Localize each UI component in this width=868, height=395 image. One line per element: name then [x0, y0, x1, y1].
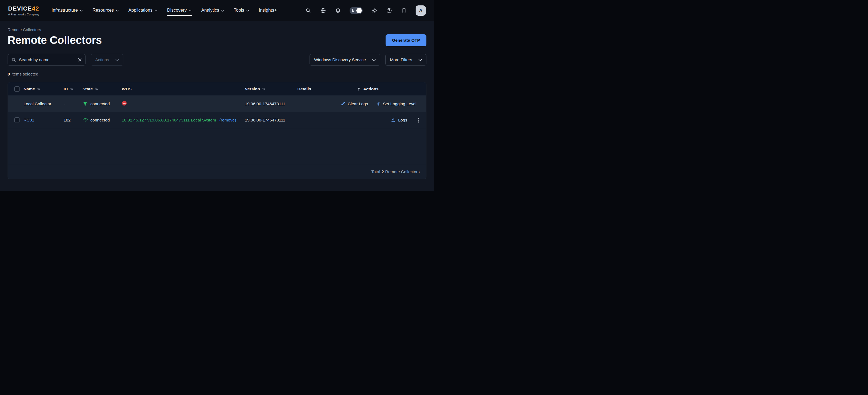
selection-count: 0: [7, 72, 10, 76]
cell-id: 182: [64, 118, 83, 123]
breadcrumb[interactable]: Remote Collectors: [7, 27, 427, 32]
brand-logo[interactable]: DEVICE42 A Freshworks Company: [8, 5, 39, 16]
nav-item-infrastructure[interactable]: Infrastructure: [51, 5, 83, 16]
header-id-label: ID: [64, 87, 68, 91]
collector-name-link[interactable]: RC01: [24, 118, 34, 122]
wds-remove-link[interactable]: (remove): [219, 118, 236, 122]
brush-icon: [341, 101, 345, 106]
nav-item-applications[interactable]: Applications: [128, 5, 158, 16]
sort-icon[interactable]: [95, 87, 98, 91]
total-count: 2: [381, 170, 384, 174]
more-filters-dropdown[interactable]: More Filters: [385, 54, 427, 66]
row-checkbox-cell: [8, 117, 24, 123]
cell-wds: [122, 101, 245, 107]
header-id[interactable]: ID: [64, 87, 83, 91]
selection-status: 0items selected: [7, 72, 427, 77]
actions-dropdown[interactable]: Actions: [91, 54, 123, 66]
logs-label: Logs: [398, 118, 407, 123]
wds-service-text[interactable]: 10.92.45.127 v19.06.00.1746473111 Local …: [122, 118, 216, 122]
nav-item-label: Applications: [128, 7, 153, 13]
chevron-down-icon: [80, 7, 83, 13]
chevron-down-icon: [372, 57, 376, 62]
logs-button[interactable]: Logs: [391, 118, 407, 123]
selection-label: items selected: [12, 72, 38, 76]
header-name[interactable]: Name: [24, 87, 64, 91]
cell-version: 19.06.00-1746473111: [245, 118, 297, 123]
cell-actions: Logs: [341, 118, 411, 123]
row-checkbox[interactable]: [14, 117, 20, 123]
app-window: DEVICE42 A Freshworks Company Infrastruc…: [0, 0, 434, 198]
search-icon[interactable]: [305, 7, 311, 14]
nav-item-analytics[interactable]: Analytics: [201, 5, 224, 16]
header-state-label: State: [83, 87, 93, 91]
nav-item-discovery[interactable]: Discovery: [167, 5, 192, 16]
lightning-icon: [357, 87, 361, 91]
brand-name-accent: 42: [32, 5, 39, 12]
chevron-down-icon: [155, 7, 157, 13]
nav-item-label: Infrastructure: [52, 7, 78, 13]
cell-kebab: [420, 100, 427, 108]
toggle-knob: [356, 8, 362, 13]
globe-icon[interactable]: [320, 7, 326, 14]
select-all-checkbox[interactable]: [14, 86, 20, 92]
wds-filter-dropdown[interactable]: Windows Discovery Service: [310, 54, 380, 66]
chevron-down-icon: [221, 7, 224, 13]
nav-item-label: Resources: [93, 7, 114, 13]
search-icon: [11, 57, 16, 62]
header-state[interactable]: State: [83, 87, 122, 91]
cell-version: 19.06.00-1746473111: [245, 101, 297, 106]
chevron-down-icon: [246, 7, 249, 13]
header-actions: Actions: [341, 87, 411, 91]
cell-wds: 10.92.45.127 v19.06.00.1746473111 Local …: [122, 118, 245, 123]
header-details-label: Details: [297, 87, 311, 91]
search-box: [7, 54, 86, 66]
sort-icon[interactable]: [70, 87, 73, 91]
top-nav: DEVICE42 A Freshworks Company Infrastruc…: [0, 0, 434, 21]
sort-icon[interactable]: [37, 87, 40, 91]
state-label: connected: [90, 101, 110, 106]
brand-tagline: A Freshworks Company: [8, 13, 39, 16]
clear-logs-label: Clear Logs: [348, 101, 368, 106]
notifications-bell-icon[interactable]: [335, 7, 341, 14]
nav-item-resources[interactable]: Resources: [92, 5, 119, 16]
user-avatar[interactable]: A: [415, 5, 426, 16]
settings-gear-icon[interactable]: [371, 7, 377, 14]
state-label: connected: [90, 118, 110, 123]
total-prefix: Total: [371, 170, 380, 174]
kebab-menu-icon[interactable]: [426, 100, 427, 108]
theme-toggle[interactable]: [349, 7, 363, 14]
header-name-label: Name: [24, 87, 35, 91]
nav-item-tools[interactable]: Tools: [234, 5, 249, 16]
page-title: Remote Collectors: [7, 34, 102, 46]
cell-name: Local Collector: [24, 101, 64, 106]
header-wds-label: WDS: [122, 87, 131, 91]
header-version[interactable]: Version: [245, 87, 297, 91]
top-actions: A: [305, 5, 426, 16]
table-row-rc01: RC01 182 connected 10.92.45.127 v19.06.0…: [8, 112, 426, 128]
clear-logs-button[interactable]: Clear Logs: [341, 101, 368, 106]
generate-otp-button[interactable]: Generate OTP: [385, 34, 427, 46]
help-icon[interactable]: [386, 7, 392, 14]
nav-item-label: Tools: [234, 7, 244, 13]
brand-name-prefix: DEVICE: [8, 5, 32, 12]
more-filters-label: More Filters: [390, 57, 412, 62]
main-content: Remote Collectors Remote Collectors Gene…: [0, 21, 434, 191]
wds-filter-label: Windows Discovery Service: [314, 57, 366, 62]
bookmark-icon[interactable]: [401, 7, 407, 14]
chevron-down-icon: [189, 7, 192, 13]
nav-item-insights[interactable]: Insights+: [259, 5, 277, 16]
sort-icon[interactable]: [262, 87, 266, 91]
brand-name: DEVICE42: [8, 5, 39, 12]
clear-search-icon[interactable]: [78, 58, 82, 62]
wifi-connected-icon: [83, 101, 88, 106]
toolbar: Actions Windows Discovery Service More F…: [7, 54, 427, 66]
cell-state: connected: [83, 118, 122, 123]
chevron-down-icon: [418, 57, 422, 62]
kebab-menu-icon[interactable]: [417, 117, 420, 124]
actions-dropdown-label: Actions: [95, 57, 109, 62]
collectors-table: Name ID State WDS Version: [7, 82, 427, 179]
set-logging-level-button[interactable]: Set Logging Level: [376, 101, 416, 106]
chevron-down-icon: [116, 7, 119, 13]
moon-icon: [351, 9, 355, 12]
search-input[interactable]: [19, 57, 75, 62]
